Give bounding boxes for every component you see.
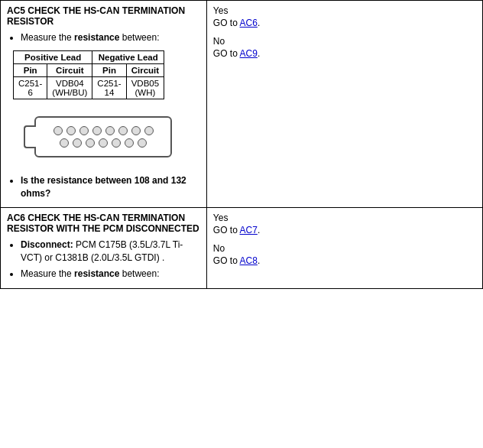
ac5-ac6-link[interactable]: AC6: [240, 18, 258, 28]
ac6-no-label: No: [213, 243, 476, 254]
connector-diagram: [27, 110, 180, 164]
neg-pin-header: Pin: [92, 63, 126, 76]
ac5-instruction-item: Measure the resistance between:: [21, 31, 200, 44]
ac5-ac9-link[interactable]: AC9: [240, 48, 258, 59]
ac5-no-label: No: [213, 36, 476, 47]
pin-10: [73, 138, 82, 148]
pin-6: [118, 126, 128, 135]
pin-12: [99, 138, 108, 148]
pin-row-bottom: [60, 138, 147, 148]
connector-tab: [24, 125, 36, 148]
ac5-question: Is the resistance between 108 and 132 oh…: [21, 174, 200, 200]
ac6-left-cell: AC6 CHECK THE HS-CAN TERMINATION RESISTO…: [1, 208, 207, 288]
ac6-yes-block: Yes GO to AC7.: [213, 213, 476, 235]
pin-8: [144, 126, 154, 135]
positive-lead-header: Positive Lead: [14, 50, 92, 63]
pin-row-top: [53, 126, 154, 135]
ac5-no-block: No GO to AC9.: [213, 36, 476, 59]
ac5-yes-label: Yes: [213, 5, 476, 16]
ac5-left-cell: AC5 CHECK THE HS-CAN TERMINATION RESISTO…: [1, 1, 207, 208]
ac6-bullet-1: Disconnect: PCM C175B (3.5L/3.7L Ti-VCT)…: [21, 239, 200, 265]
ac5-yes-goto: GO to AC6.: [213, 18, 476, 28]
neg-circuit-header: Circuit: [126, 63, 164, 76]
ac6-disconnect-bold: Disconnect:: [21, 239, 73, 250]
ac5-pin-row: C251-6 VDB04(WH/BU) C251-14 VDB05(WH): [14, 76, 164, 99]
ac5-right-cell: Yes GO to AC6. No GO to AC9.: [206, 1, 482, 208]
neg-circuit-value: VDB05(WH): [126, 76, 164, 99]
ac6-no-block: No GO to AC8.: [213, 243, 476, 266]
neg-pin-value: C251-14: [92, 76, 126, 99]
pin-3: [79, 126, 89, 135]
pin-11: [86, 138, 95, 148]
negative-lead-header: Negative Lead: [92, 50, 164, 63]
ac6-bullet-2: Measure the resistance between:: [21, 268, 200, 281]
pos-circuit-header: Circuit: [47, 63, 92, 76]
ac6-row: AC6 CHECK THE HS-CAN TERMINATION RESISTO…: [1, 208, 483, 288]
pin-14: [125, 138, 134, 148]
ac6-bullets: Disconnect: PCM C175B (3.5L/3.7L Ti-VCT)…: [21, 239, 200, 280]
pos-circuit-value: VDB04(WH/BU): [47, 76, 92, 99]
pin-15: [138, 138, 147, 148]
ac6-title: AC6 CHECK THE HS-CAN TERMINATION RESISTO…: [7, 213, 200, 234]
pin-7: [131, 126, 141, 135]
ac5-question-list: Is the resistance between 108 and 132 oh…: [21, 174, 200, 200]
ac5-title: AC5 CHECK THE HS-CAN TERMINATION RESISTO…: [7, 5, 200, 27]
connector-body: [34, 116, 172, 157]
pin-9: [60, 138, 69, 148]
ac5-yes-block: Yes GO to AC6.: [213, 5, 476, 28]
pin-4: [92, 126, 102, 135]
ac6-yes-label: Yes: [213, 213, 476, 223]
ac6-no-goto: GO to AC8.: [213, 255, 476, 266]
ac6-ac7-link[interactable]: AC7: [240, 225, 258, 235]
ac5-instructions: Measure the resistance between:: [21, 31, 200, 44]
ac6-resistance-bold: resistance: [74, 268, 119, 279]
pin-1: [53, 126, 63, 135]
ac5-pin-table: Positive Lead Negative Lead Pin Circuit …: [13, 50, 164, 99]
pos-pin-header: Pin: [14, 63, 47, 76]
bold-resistance: resistance: [74, 32, 119, 43]
pin-13: [112, 138, 121, 148]
ac6-right-cell: Yes GO to AC7. No GO to AC8.: [206, 208, 482, 288]
main-layout-table: AC5 CHECK THE HS-CAN TERMINATION RESISTO…: [0, 0, 483, 289]
ac6-yes-goto: GO to AC7.: [213, 225, 476, 235]
ac5-row: AC5 CHECK THE HS-CAN TERMINATION RESISTO…: [1, 1, 483, 208]
pos-pin-value: C251-6: [14, 76, 47, 99]
pin-5: [105, 126, 115, 135]
pin-2: [66, 126, 76, 135]
ac6-ac8-link[interactable]: AC8: [240, 255, 258, 266]
ac5-no-goto: GO to AC9.: [213, 48, 476, 59]
